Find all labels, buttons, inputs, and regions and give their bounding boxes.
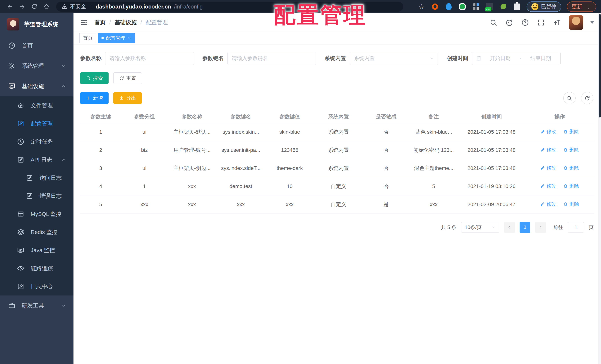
sidebar-item-home[interactable]: 首页 [0, 35, 73, 56]
text-size-icon[interactable] [553, 19, 561, 26]
active-dot-icon [101, 37, 104, 39]
edit-link[interactable]: 修改 [540, 147, 556, 153]
sidebar-item-trace[interactable]: 链路追踪 [0, 259, 73, 277]
extension-leaf-icon[interactable] [499, 3, 507, 11]
search-icon [86, 76, 91, 81]
breadcrumb: 首页 / 基础设施 / 配置管理 [95, 19, 168, 26]
extension-orange-icon[interactable] [431, 3, 439, 11]
delete-link[interactable]: 删除 [563, 201, 579, 207]
date-range-picker[interactable]: 开始日期 - 结束日期 [472, 52, 561, 65]
sidebar-collapse-icon[interactable] [80, 19, 88, 27]
sidebar-item-infra[interactable]: 基础设施 [0, 76, 73, 96]
goto-page-input[interactable] [568, 222, 584, 233]
breadcrumb-home[interactable]: 首页 [95, 19, 106, 26]
github-icon[interactable] [505, 19, 513, 26]
browser-reload-icon[interactable] [29, 1, 40, 12]
pencil-icon [540, 129, 545, 134]
edit-square-icon [17, 283, 24, 290]
chevron-down-icon [61, 303, 67, 308]
add-button[interactable]: 新增 [80, 92, 109, 104]
export-button[interactable]: 导出 [113, 92, 142, 104]
param-name-label: 参数名称 [80, 55, 101, 62]
app-logo-image [7, 18, 19, 30]
extension-blue-pin-icon[interactable] [445, 3, 453, 11]
search-icon[interactable] [490, 19, 497, 26]
builtin-select[interactable]: 系统内置 [350, 52, 438, 65]
tab-config-manage[interactable]: 配置管理 [98, 33, 135, 43]
search-button[interactable]: 搜索 [80, 72, 109, 84]
table-row: 3 ui 主框架页-侧边... sys.index.sideT... theme… [80, 159, 594, 177]
fullscreen-icon[interactable] [537, 19, 545, 26]
edit-link[interactable]: 修改 [540, 183, 556, 189]
extensions-puzzle-icon[interactable] [513, 3, 521, 11]
bookmark-star-icon[interactable]: ☆ [417, 3, 425, 11]
tab-home[interactable]: 首页 [80, 33, 96, 43]
header-actions [490, 15, 594, 30]
chevron-down-icon [61, 63, 67, 69]
toggle-search-button[interactable] [563, 92, 576, 104]
sidebar-item-config-manage[interactable]: 配置管理 [0, 114, 73, 133]
delete-link[interactable]: 删除 [563, 165, 579, 171]
delete-link[interactable]: 删除 [563, 183, 579, 189]
table-tools [563, 92, 593, 104]
table-header-row: 参数主键 参数分组 参数名称 参数键名 参数键值 系统内置 是否敏感 备注 创建… [80, 111, 594, 123]
breadcrumb-infra[interactable]: 基础设施 [114, 19, 137, 26]
next-page-button[interactable] [535, 222, 546, 233]
reset-button[interactable]: 重置 [113, 72, 142, 84]
sidebar-item-mysql-monitor[interactable]: MySQL 监控 [0, 205, 73, 223]
page-size-select[interactable]: 10条/页 [461, 222, 499, 233]
param-key-input[interactable] [232, 55, 312, 61]
edit-link[interactable]: 修改 [540, 129, 556, 135]
chevron-up-icon [61, 83, 67, 89]
sidebar-item-redis-monitor[interactable]: Redis 监控 [0, 223, 73, 241]
pencil-icon [540, 165, 545, 170]
edit-square-icon [26, 192, 33, 200]
filter-form: 参数名称 参数键名 系统内置 系统内置 [80, 52, 594, 67]
sidebar-item-api-log[interactable]: API 日志 [0, 151, 73, 169]
current-page[interactable]: 1 [520, 222, 530, 233]
browser-back-icon[interactable] [5, 1, 15, 12]
refresh-table-button[interactable] [581, 92, 593, 104]
sidebar-item-system[interactable]: 系统管理 [0, 56, 73, 76]
edit-link[interactable]: 修改 [540, 201, 556, 207]
delete-link[interactable]: 删除 [563, 147, 579, 153]
chevron-up-icon [61, 157, 67, 162]
profile-avatar-emoji [531, 3, 538, 10]
browser-update-button[interactable]: 更新 ⋮ [567, 1, 596, 12]
sidebar-item-error-log[interactable]: 错误日志 [0, 187, 73, 205]
browser-menu-icon[interactable]: ⋮ [586, 3, 591, 10]
search-icon [567, 95, 572, 101]
edit-link[interactable]: 修改 [540, 165, 556, 171]
delete-link[interactable]: 删除 [563, 129, 579, 135]
user-avatar[interactable] [569, 15, 583, 30]
help-icon[interactable] [521, 19, 529, 26]
trash-icon [563, 129, 568, 134]
scrollbar-thumb[interactable] [599, 14, 601, 117]
date-start-placeholder: 开始日期 [485, 55, 516, 62]
extension-on-badge-icon[interactable]: on [486, 3, 494, 11]
sidebar-item-java-monitor[interactable]: Java 监控 [0, 241, 73, 259]
browser-home-icon[interactable] [41, 1, 52, 12]
sidebar-logo[interactable]: 芋道管理系统 [0, 13, 73, 35]
sidebar-item-scheduled-job[interactable]: 定时任务 [0, 133, 73, 151]
page-scrollbar[interactable] [598, 13, 601, 364]
sidebar-item-log-center[interactable]: 日志中心 [0, 277, 73, 295]
profile-paused-pill[interactable]: 已暂停 [527, 1, 561, 12]
builtin-select-placeholder: 系统内置 [354, 55, 375, 62]
extension-green-circle-icon[interactable] [458, 3, 466, 11]
extension-grid-icon[interactable] [472, 3, 480, 11]
param-key-label: 参数键名 [202, 55, 224, 62]
browser-forward-icon[interactable] [17, 1, 27, 12]
sidebar-submenu-infra: 文件管理 配置管理 定时任务 API 日志 访问日志 错误日志 [0, 96, 73, 295]
not-secure-label: 不安全 [70, 3, 86, 10]
sidebar-item-access-log[interactable]: 访问日志 [0, 169, 73, 187]
user-menu-caret-icon[interactable] [590, 21, 594, 24]
param-name-input[interactable] [110, 55, 190, 61]
trash-icon [563, 147, 568, 152]
calendar-icon [476, 56, 482, 61]
sidebar-item-file-manage[interactable]: 文件管理 [0, 96, 73, 114]
close-icon[interactable] [127, 36, 131, 40]
date-end-placeholder: 结束日期 [525, 55, 556, 62]
sidebar-item-dev-tools[interactable]: 研发工具 [0, 295, 73, 316]
prev-page-button[interactable] [504, 222, 515, 233]
